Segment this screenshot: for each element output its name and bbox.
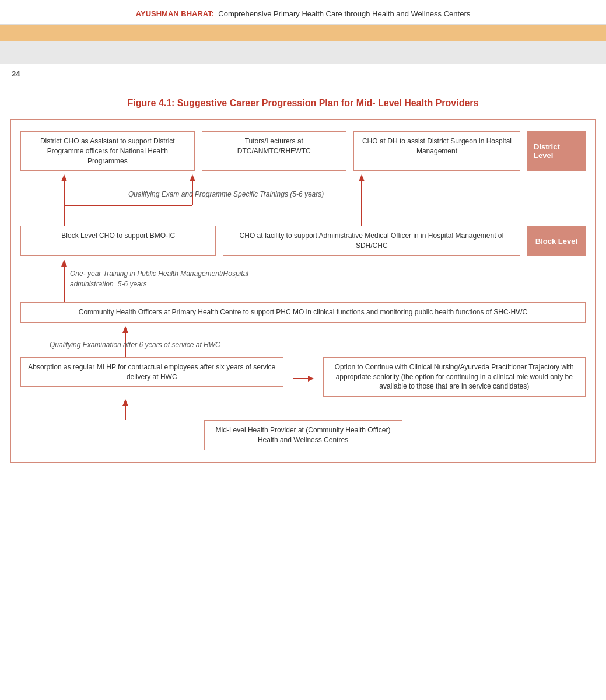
header-text: AYUSHMAN BHARAT: Comprehensive Primary H… (136, 9, 470, 18)
svg-text:Qualifying Exam and Programme : Qualifying Exam and Programme Specific T… (128, 190, 324, 198)
svg-text:Qualifying Examination after 6: Qualifying Examination after 6 years of … (50, 341, 220, 349)
district-cho-box: District CHO as Assistant to support Dis… (20, 131, 195, 171)
page-number-area: 24 (0, 64, 606, 84)
mid-level-row: Mid-Level Health Provider at (Community … (20, 420, 586, 450)
grey-bar (0, 41, 606, 64)
absorption-row: Absorption as regular MLHP for contractu… (20, 357, 586, 397)
svg-marker-16 (308, 376, 314, 382)
arrow-section-4 (20, 399, 586, 420)
arrows-svg-2: One- year Training in Public Health Mana… (20, 258, 586, 302)
page-number: 24 (12, 69, 20, 78)
block-cho-box: Block Level CHO to support BMO-IC (20, 226, 216, 256)
header-title: Comprehensive Primary Health Care throug… (218, 9, 470, 18)
district-row: District CHO as Assistant to support Dis… (20, 131, 586, 171)
svg-marker-6 (359, 174, 365, 181)
svg-marker-1 (61, 174, 67, 181)
svg-text:One- year Training in Public H: One- year Training in Public Health Mana… (70, 270, 248, 278)
block-level-badge: Block Level (527, 226, 586, 256)
orange-bar (0, 25, 606, 41)
arrows-svg-3: Qualifying Examination after 6 years of … (20, 325, 586, 357)
svg-marker-13 (122, 326, 128, 333)
header-prefix: AYUSHMAN BHARAT: (136, 9, 214, 18)
block-boxes: Block Level CHO to support BMO-IC CHO at… (20, 226, 520, 256)
page-header: AYUSHMAN BHARAT: Comprehensive Primary H… (0, 0, 606, 25)
district-level-label: District Level (534, 142, 579, 160)
arrow-section-2: One- year Training in Public Health Mana… (20, 258, 586, 302)
tutors-box: Tutors/Lecturers at DTC/ANMTC/RHFWTC (202, 131, 346, 171)
svg-text:administration=5-6 years: administration=5-6 years (70, 280, 147, 288)
svg-marker-9 (61, 260, 67, 267)
block-level-label: Block Level (535, 237, 577, 246)
page-line (24, 74, 594, 74)
absorption-box: Absorption as regular MLHP for contractu… (20, 357, 283, 387)
arrows-svg-1: Qualifying Exam and Programme Specific T… (20, 173, 586, 226)
figure-title: Figure 4.1: Suggestive Career Progressio… (12, 98, 594, 108)
cho-dh-box: CHO at DH to assist District Surgeon in … (353, 131, 520, 171)
cho-facility-box: CHO at facility to support Administrativ… (223, 226, 520, 256)
block-row: Block Level CHO to support BMO-IC CHO at… (20, 226, 586, 256)
svg-marker-18 (122, 399, 128, 406)
arrows-svg-4 (20, 399, 586, 420)
option-continue-box: Option to Continue with Clinical Nursing… (323, 357, 586, 397)
arrow-section-3: Qualifying Examination after 6 years of … (20, 325, 586, 357)
mid-level-box: Mid-Level Health Provider at (Community … (204, 420, 402, 450)
community-health-box: Community Health Officers at Primary Hea… (20, 302, 586, 323)
district-level-badge: District Level (527, 131, 586, 171)
arrow-section-1: Qualifying Exam and Programme Specific T… (20, 173, 586, 226)
diagram-container: District CHO as Assistant to support Dis… (10, 119, 596, 463)
right-arrow (293, 357, 314, 383)
svg-marker-4 (190, 174, 195, 181)
district-boxes: District CHO as Assistant to support Dis… (20, 131, 520, 171)
